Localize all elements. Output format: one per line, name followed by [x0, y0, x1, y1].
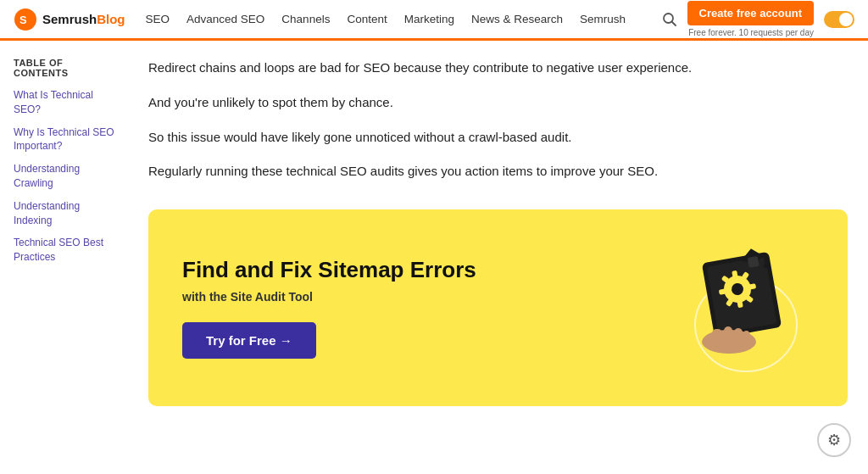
toc-link-indexing[interactable]: Understanding Indexing: [14, 199, 118, 228]
cta-subheading: with the Site Audit Tool: [182, 290, 504, 304]
cta-text-area: Find and Fix Sitemap Errors with the Sit…: [182, 257, 504, 359]
nav-item-seo[interactable]: SEO: [146, 13, 170, 25]
header-sub-text: Free forever. 10 requests per day: [688, 28, 814, 37]
svg-rect-25: [743, 331, 750, 346]
theme-toggle[interactable]: [824, 11, 854, 28]
search-icon: [662, 12, 677, 27]
sitemap-illustration-icon: [627, 240, 814, 376]
toc-link-best-practices[interactable]: Technical SEO Best Practices: [14, 236, 118, 265]
cta-heading: Find and Fix Sitemap Errors: [182, 257, 504, 283]
toc-title: TABLE OF CONTENTS: [14, 58, 118, 78]
list-item: Understanding Crawling: [14, 162, 118, 191]
nav-item-content[interactable]: Content: [347, 13, 387, 25]
article-paragraph-1: Redirect chains and loops are bad for SE…: [148, 58, 848, 79]
main-content: Redirect chains and loops are bad for SE…: [131, 58, 868, 406]
list-item: Understanding Indexing: [14, 199, 118, 228]
nav-item-channels[interactable]: Channels: [281, 13, 330, 25]
nav-item-news-research[interactable]: News & Research: [471, 13, 563, 25]
semrush-logo-icon: S: [14, 8, 37, 31]
main-nav: SEO Advanced SEO Channels Content Market…: [146, 13, 662, 25]
header-right: Create free account Free forever. 10 req…: [662, 1, 854, 37]
logo[interactable]: S SemrushBlog: [14, 8, 125, 31]
nav-item-semrush[interactable]: Semrush: [580, 13, 626, 25]
toc-link-crawling[interactable]: Understanding Crawling: [14, 162, 118, 191]
nav-item-advanced-seo[interactable]: Advanced SEO: [186, 13, 264, 25]
create-account-button[interactable]: Create free account: [687, 1, 814, 25]
svg-rect-23: [724, 326, 732, 345]
svg-rect-22: [712, 329, 722, 346]
article-paragraph-3: So this issue would have likely gone unn…: [148, 127, 848, 148]
logo-name: SemrushBlog: [42, 12, 125, 26]
svg-line-3: [671, 21, 676, 25]
site-header: S SemrushBlog SEO Advanced SEO Channels …: [0, 0, 868, 41]
nav-item-marketing[interactable]: Marketing: [404, 13, 454, 25]
toc-list: What Is Technical SEO? Why Is Technical …: [14, 88, 118, 265]
list-item: What Is Technical SEO?: [14, 88, 118, 117]
toc-link-what-is[interactable]: What Is Technical SEO?: [14, 88, 118, 117]
article-paragraph-4: Regularly running these technical SEO au…: [148, 161, 848, 182]
list-item: Why Is Technical SEO Important?: [14, 125, 118, 154]
toggle-knob: [839, 13, 853, 26]
cta-illustration: [627, 240, 814, 376]
toc-link-why-important[interactable]: Why Is Technical SEO Important?: [14, 125, 118, 154]
search-button[interactable]: [662, 12, 677, 27]
list-item: Technical SEO Best Practices: [14, 236, 118, 265]
cta-try-free-button[interactable]: Try for Free →: [182, 322, 316, 359]
svg-rect-18: [748, 256, 760, 268]
article-paragraph-2: And you're unlikely to spot them by chan…: [148, 92, 848, 114]
page-layout: TABLE OF CONTENTS What Is Technical SEO?…: [0, 41, 868, 423]
svg-text:S: S: [19, 14, 27, 26]
sidebar: TABLE OF CONTENTS What Is Technical SEO?…: [0, 58, 131, 406]
cta-banner: Find and Fix Sitemap Errors with the Sit…: [148, 209, 848, 406]
svg-rect-24: [734, 328, 743, 345]
